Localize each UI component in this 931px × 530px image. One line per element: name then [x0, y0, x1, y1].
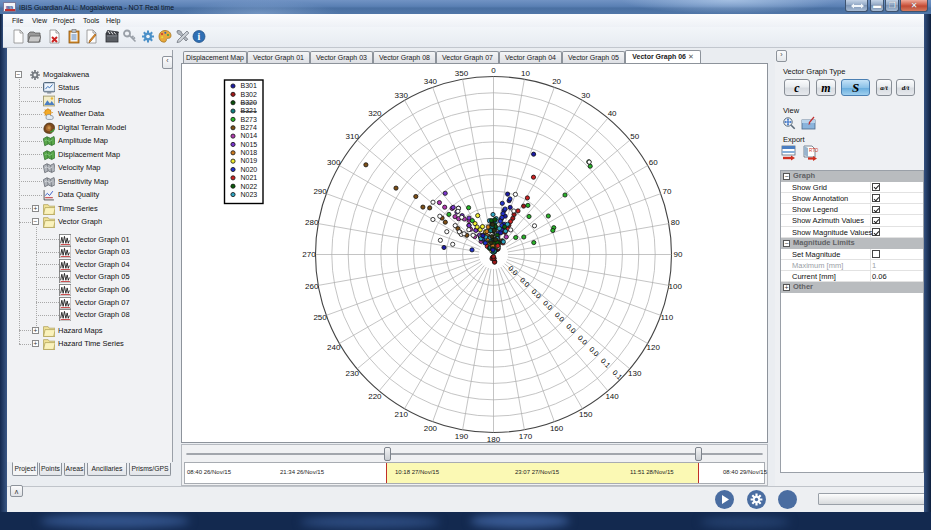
svg-text:240: 240: [327, 343, 341, 352]
svg-text:N018: N018: [241, 149, 258, 156]
svg-text:0.1: 0.1: [599, 356, 612, 369]
svg-text:N014: N014: [241, 132, 258, 139]
svg-text:200: 200: [424, 424, 438, 433]
svg-text:RTO: RTO: [809, 148, 819, 153]
svg-text:160: 160: [550, 424, 564, 433]
svg-text:N020: N020: [241, 166, 258, 173]
svg-text:330: 330: [395, 91, 409, 100]
svg-text:B320: B320: [241, 99, 257, 106]
svg-text:170: 170: [519, 432, 533, 441]
svg-text:260: 260: [305, 282, 319, 291]
svg-text:220: 220: [368, 392, 382, 401]
svg-text:N021: N021: [241, 174, 258, 181]
svg-text:270: 270: [302, 250, 316, 259]
svg-text:30: 30: [581, 91, 590, 100]
svg-text:B301: B301: [241, 82, 257, 89]
svg-text:0.1: 0.1: [611, 368, 624, 381]
svg-text:50: 50: [630, 132, 639, 141]
svg-text:N023: N023: [241, 191, 258, 198]
svg-text:320: 320: [368, 109, 382, 118]
svg-text:60: 60: [649, 158, 658, 167]
svg-text:0: 0: [491, 66, 496, 75]
svg-text:20: 20: [552, 77, 561, 86]
svg-text:280: 280: [305, 218, 319, 227]
svg-text:230: 230: [346, 369, 360, 378]
svg-text:0.0: 0.0: [576, 333, 589, 346]
svg-text:40: 40: [608, 109, 617, 118]
svg-text:0.0: 0.0: [530, 287, 543, 300]
svg-text:N022: N022: [241, 183, 258, 190]
svg-text:190: 190: [455, 432, 469, 441]
svg-text:B321: B321: [241, 107, 257, 114]
svg-text:120: 120: [647, 343, 661, 352]
svg-text:250: 250: [313, 313, 327, 322]
svg-text:N019: N019: [241, 157, 258, 164]
svg-text:B274: B274: [241, 124, 257, 131]
svg-text:100: 100: [669, 282, 683, 291]
svg-text:110: 110: [661, 313, 674, 322]
svg-text:N015: N015: [241, 141, 258, 148]
svg-text:90: 90: [674, 250, 683, 259]
svg-text:80: 80: [671, 218, 680, 227]
svg-text:B273: B273: [241, 116, 257, 123]
svg-text:0.0: 0.0: [541, 299, 554, 312]
svg-text:B302: B302: [241, 91, 257, 98]
svg-text:210: 210: [395, 410, 409, 419]
svg-text:0.0: 0.0: [518, 276, 531, 289]
svg-text:150: 150: [579, 410, 593, 419]
svg-text:310: 310: [346, 132, 360, 141]
svg-text:0.0: 0.0: [587, 345, 600, 358]
svg-text:10: 10: [521, 69, 530, 78]
svg-text:i: i: [198, 31, 201, 42]
svg-text:290: 290: [313, 187, 327, 196]
svg-text:130: 130: [628, 369, 642, 378]
svg-text:70: 70: [662, 187, 671, 196]
svg-text:340: 340: [424, 77, 438, 86]
svg-text:350: 350: [455, 69, 469, 78]
svg-text:140: 140: [605, 392, 619, 401]
svg-text:180: 180: [487, 435, 501, 444]
svg-text:0.0: 0.0: [553, 310, 566, 323]
svg-text:300: 300: [327, 158, 341, 167]
